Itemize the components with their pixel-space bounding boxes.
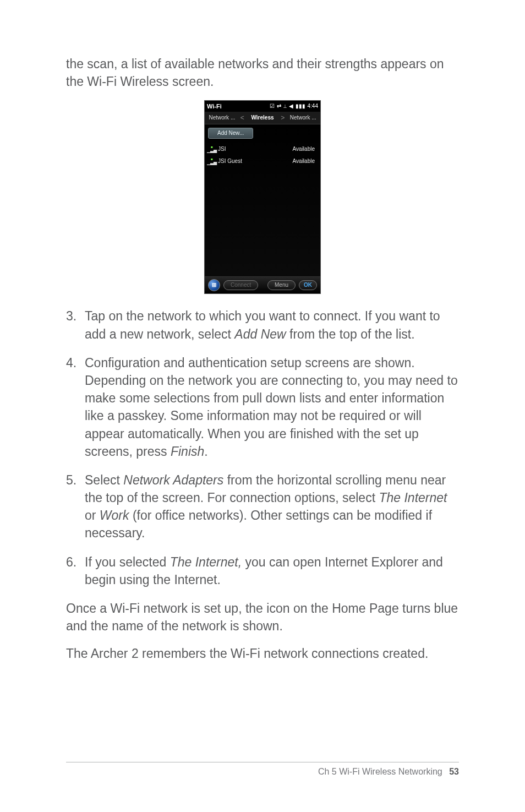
start-orb-icon[interactable]: ⊞: [208, 279, 220, 291]
clock-text: 4:44: [308, 102, 318, 110]
chevron-right-icon: >: [280, 113, 286, 123]
soft-key-bar: ⊞ Connect Menu OK: [205, 276, 320, 293]
tab-bar: Network ... < Wireless > Network ...: [205, 112, 320, 124]
step-text: Select Network Adapters from the horizon…: [85, 471, 459, 542]
status-icons: ☑ ⇄ ⟂ ◀ ▮▮▮ 4:44: [270, 102, 318, 110]
list-item: 5.Select Network Adapters from the horiz…: [66, 471, 459, 542]
battery-icon: ▮▮▮: [296, 102, 305, 110]
network-status: Available: [293, 157, 315, 165]
footer-page-number: 53: [449, 767, 459, 776]
list-item: 6.If you selected The Internet, you can …: [66, 553, 459, 588]
step-number: 6.: [66, 553, 85, 588]
network-name: JSI: [218, 145, 293, 153]
status-bar: Wi-Fi ☑ ⇄ ⟂ ◀ ▮▮▮ 4:44: [205, 101, 320, 112]
signal-bars-icon: ▁▃▅: [207, 149, 217, 153]
checkbox-icon: ☑: [270, 102, 275, 110]
step-text: Tap on the network to which you want to …: [85, 307, 459, 342]
status-title: Wi-Fi: [207, 102, 270, 111]
intro-paragraph: the scan, a list of available networks a…: [66, 55, 459, 90]
phone-screenshot: Wi-Fi ☑ ⇄ ⟂ ◀ ▮▮▮ 4:44 Network ... < Wir…: [204, 100, 321, 294]
list-item: 4.Configuration and authentication setup…: [66, 354, 459, 460]
followup-paragraph-1: Once a Wi-Fi network is set up, the icon…: [66, 600, 459, 635]
page-footer: Ch 5 Wi-Fi Wireless Networking 53: [66, 762, 459, 778]
signal-bars-icon: ▁▃▅: [207, 161, 217, 165]
menu-button[interactable]: Menu: [267, 280, 296, 290]
sync-icon: ⇄: [277, 102, 281, 110]
followup-paragraph-2: The Archer 2 remembers the Wi-Fi network…: [66, 645, 459, 662]
wifi-signal-icon: ■▁▃▅: [208, 145, 216, 153]
step-number: 3.: [66, 307, 85, 342]
chevron-left-icon: <: [239, 113, 245, 123]
wifi-signal-icon: ■▁▃▅: [208, 157, 216, 165]
wifi-off-icon: ⟂: [283, 102, 287, 110]
tab-center[interactable]: Wireless: [245, 114, 280, 122]
tab-left[interactable]: Network ...: [205, 114, 239, 122]
network-name: JSI Guest: [218, 157, 293, 165]
step-text: If you selected The Internet, you can op…: [85, 553, 459, 588]
step-number: 4.: [66, 354, 85, 460]
network-row[interactable]: ■▁▃▅JSI GuestAvailable: [208, 155, 317, 167]
add-new-button[interactable]: Add New...: [208, 128, 253, 139]
tab-right[interactable]: Network ...: [286, 114, 320, 122]
step-number: 5.: [66, 471, 85, 542]
ok-button[interactable]: OK: [299, 280, 317, 290]
connect-button: Connect: [223, 280, 258, 290]
network-status: Available: [293, 145, 315, 153]
network-row[interactable]: ■▁▃▅JSIAvailable: [208, 143, 317, 155]
step-text: Configuration and authentication setup s…: [85, 354, 459, 460]
screenshot-container: Wi-Fi ☑ ⇄ ⟂ ◀ ▮▮▮ 4:44 Network ... < Wir…: [66, 100, 459, 294]
list-item: 3.Tap on the network to which you want t…: [66, 307, 459, 342]
footer-chapter: Ch 5 Wi-Fi Wireless Networking: [318, 767, 442, 776]
phone-content: Add New... ■▁▃▅JSIAvailable■▁▃▅JSI Guest…: [205, 124, 320, 276]
volume-icon: ◀: [289, 102, 293, 110]
steps-list: 3.Tap on the network to which you want t…: [66, 307, 459, 588]
